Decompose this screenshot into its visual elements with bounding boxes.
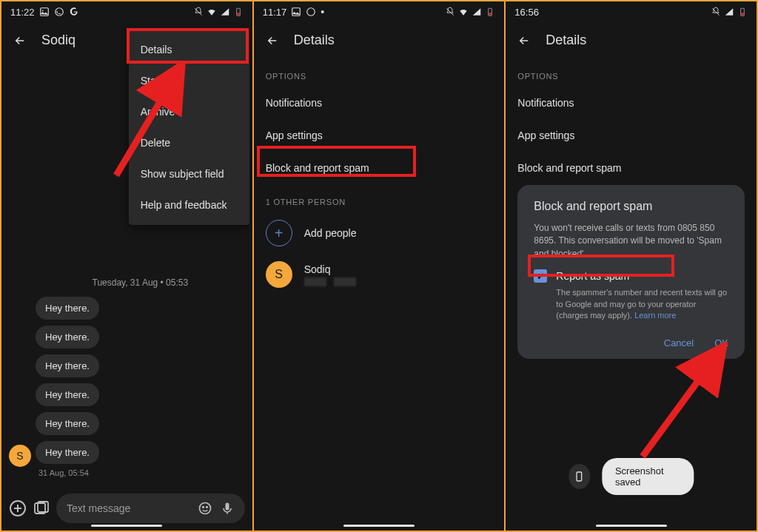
message-bubble[interactable]: Hey there. bbox=[36, 412, 99, 435]
nav-indicator bbox=[343, 525, 415, 527]
nav-indicator bbox=[596, 525, 667, 527]
status-time: 11:22 bbox=[10, 7, 35, 18]
message-bubble[interactable]: Hey there. bbox=[36, 441, 99, 464]
dialog-title: Block and report spam bbox=[534, 200, 728, 213]
whatsapp-icon bbox=[54, 7, 64, 17]
status-bar: 16:56 bbox=[506, 1, 757, 22]
whatsapp-icon bbox=[306, 7, 316, 17]
svg-rect-5 bbox=[237, 13, 240, 16]
status-time: 16:56 bbox=[514, 7, 539, 18]
svg-rect-22 bbox=[741, 13, 744, 16]
learn-more-link[interactable]: Learn more bbox=[634, 311, 676, 320]
battery-icon bbox=[485, 7, 495, 17]
compose-placeholder: Text message bbox=[67, 502, 190, 514]
panel-chat: 11:22 Sodiq Details Starred Archive Dele… bbox=[0, 1, 253, 531]
person-phone-blurred bbox=[304, 277, 356, 286]
message-bubble[interactable]: Hey there. bbox=[36, 383, 99, 406]
sender-avatar[interactable]: S bbox=[9, 445, 31, 467]
battery-icon bbox=[233, 7, 244, 17]
other-person-label: 1 OTHER PERSON bbox=[254, 184, 505, 212]
dnd-icon bbox=[711, 7, 721, 17]
wifi-icon bbox=[458, 7, 469, 17]
back-arrow-icon[interactable] bbox=[517, 34, 531, 47]
overflow-menu: Details Starred Archive Delete Show subj… bbox=[129, 30, 249, 225]
add-icon[interactable] bbox=[9, 499, 27, 517]
menu-starred[interactable]: Starred bbox=[129, 65, 249, 96]
page-title: Details bbox=[294, 33, 335, 48]
message-bubble[interactable]: Hey there. bbox=[36, 297, 99, 320]
options-label: OPTIONS bbox=[254, 58, 505, 87]
battery-icon bbox=[737, 7, 748, 17]
person-name: Sodiq bbox=[304, 263, 356, 275]
add-icon: + bbox=[266, 220, 292, 246]
message-list[interactable]: Tuesday, 31 Aug • 05:53 Hey there. Hey t… bbox=[1, 272, 252, 482]
compose-bar: Text message bbox=[1, 494, 252, 523]
google-icon bbox=[69, 7, 79, 17]
back-arrow-icon[interactable] bbox=[13, 34, 27, 47]
menu-show-subject[interactable]: Show subject field bbox=[129, 158, 249, 189]
contact-name: Sodiq bbox=[41, 33, 76, 48]
message-bubble[interactable]: Hey there. bbox=[36, 354, 99, 377]
mic-icon[interactable] bbox=[220, 501, 235, 516]
panel-block-dialog: 16:56 Details OPTIONS Notifications App … bbox=[505, 1, 758, 531]
add-people-label: Add people bbox=[304, 227, 357, 239]
svg-rect-25 bbox=[577, 472, 582, 481]
message-input[interactable]: Text message bbox=[56, 494, 245, 523]
back-arrow-icon[interactable] bbox=[266, 34, 279, 47]
menu-delete[interactable]: Delete bbox=[129, 127, 249, 158]
svg-point-11 bbox=[199, 503, 210, 514]
menu-details[interactable]: Details bbox=[129, 34, 249, 65]
svg-rect-19 bbox=[489, 13, 492, 16]
svg-line-24 bbox=[643, 351, 720, 457]
gallery-icon[interactable] bbox=[33, 499, 50, 517]
message-time: 31 Aug, 05:54 bbox=[38, 468, 245, 477]
svg-point-12 bbox=[202, 507, 204, 508]
phone-icon[interactable] bbox=[568, 464, 590, 489]
nav-indicator bbox=[91, 525, 162, 527]
panel-details: 11:17 • Details OPTIONS Notifications Ap… bbox=[253, 1, 506, 531]
dnd-icon bbox=[193, 7, 204, 17]
block-report-item[interactable]: Block and report spam bbox=[506, 152, 757, 184]
svg-rect-14 bbox=[225, 503, 229, 511]
app-settings-item[interactable]: App settings bbox=[254, 119, 505, 152]
status-bar: 11:17 • bbox=[254, 1, 505, 22]
date-label: Tuesday, 31 Aug • 05:53 bbox=[36, 272, 245, 294]
toast-label[interactable]: Screenshot saved bbox=[602, 458, 694, 495]
person-row[interactable]: S Sodiq bbox=[254, 254, 505, 295]
block-report-item[interactable]: Block and report spam bbox=[254, 152, 505, 184]
details-header: Details bbox=[254, 22, 505, 58]
emoji-icon[interactable] bbox=[198, 501, 212, 516]
report-spam-label: Report as spam bbox=[556, 270, 629, 282]
cancel-button[interactable]: Cancel bbox=[664, 337, 694, 349]
notifications-item[interactable]: Notifications bbox=[254, 87, 505, 119]
app-settings-item[interactable]: App settings bbox=[506, 119, 757, 152]
svg-point-2 bbox=[55, 8, 63, 16]
image-icon bbox=[39, 7, 50, 17]
signal-icon bbox=[472, 7, 482, 17]
message-bubble[interactable]: Hey there. bbox=[36, 326, 99, 349]
add-people-row[interactable]: + Add people bbox=[254, 212, 505, 254]
screenshot-toast: Screenshot saved bbox=[568, 458, 694, 495]
block-report-dialog: Block and report spam You won't receive … bbox=[517, 185, 745, 359]
notifications-item[interactable]: Notifications bbox=[506, 87, 757, 119]
image-icon bbox=[291, 7, 301, 17]
menu-help-feedback[interactable]: Help and feedback bbox=[129, 189, 249, 220]
ok-button[interactable]: OK bbox=[714, 337, 728, 349]
dialog-subtext: The spammer's number and recent texts wi… bbox=[556, 287, 728, 321]
details-header: Details bbox=[506, 22, 757, 58]
dnd-icon bbox=[445, 7, 455, 17]
wifi-icon bbox=[207, 7, 217, 17]
status-time: 11:17 bbox=[263, 7, 287, 18]
checkbox-icon[interactable]: ✓ bbox=[534, 269, 547, 283]
svg-point-16 bbox=[307, 8, 315, 16]
report-spam-row[interactable]: ✓ Report as spam bbox=[534, 269, 728, 283]
signal-icon bbox=[220, 7, 230, 17]
svg-point-1 bbox=[41, 10, 43, 11]
annotation-arrow-ok bbox=[631, 342, 750, 460]
dialog-body: You won't receive calls or texts from 08… bbox=[534, 222, 728, 260]
menu-archive[interactable]: Archive bbox=[129, 96, 249, 127]
svg-point-13 bbox=[206, 507, 207, 508]
person-avatar: S bbox=[266, 261, 292, 288]
page-title: Details bbox=[546, 33, 586, 48]
signal-icon bbox=[724, 7, 734, 17]
